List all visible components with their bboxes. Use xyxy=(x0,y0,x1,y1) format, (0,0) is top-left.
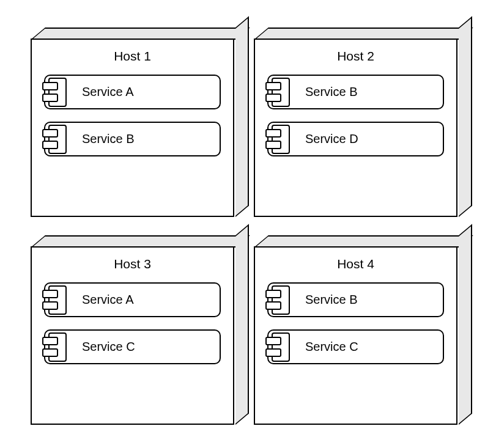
node-front-face: Host 1 Service A Service B xyxy=(31,39,234,217)
host-title: Host 2 xyxy=(337,49,374,64)
node-front-face: Host 3 Service A Service C xyxy=(31,246,234,425)
service-label: Service B xyxy=(82,132,210,146)
service-component: Service B xyxy=(44,122,221,156)
host-title: Host 1 xyxy=(114,49,151,64)
component-icon xyxy=(42,78,67,107)
service-component: Service C xyxy=(44,329,221,364)
service-label: Service D xyxy=(305,132,434,146)
service-label: Service B xyxy=(305,293,434,307)
node-top-face xyxy=(254,235,473,248)
host-node-1: Host 1 Service A Service B xyxy=(31,28,235,217)
service-component: Service A xyxy=(44,75,221,109)
node-top-face xyxy=(254,28,473,40)
node-front-face: Host 4 Service B Service C xyxy=(254,246,457,425)
node-side-face xyxy=(235,17,249,217)
service-component: Service C xyxy=(267,329,444,364)
host-node-3: Host 3 Service A Service C xyxy=(31,235,235,425)
host-title: Host 4 xyxy=(337,257,374,271)
service-component: Service B xyxy=(267,75,444,109)
node-front-face: Host 2 Service B Service D xyxy=(254,39,457,217)
node-top-face xyxy=(31,28,250,40)
service-component: Service A xyxy=(44,282,221,317)
component-icon xyxy=(42,332,67,362)
service-label: Service A xyxy=(82,293,210,307)
component-icon xyxy=(265,125,290,154)
component-icon xyxy=(265,285,290,315)
component-icon xyxy=(265,78,290,107)
component-icon xyxy=(42,285,67,315)
service-component: Service B xyxy=(267,282,444,317)
node-side-face xyxy=(459,17,472,217)
component-icon xyxy=(42,125,67,154)
node-side-face xyxy=(235,224,249,425)
host-node-4: Host 4 Service B Service C xyxy=(254,235,459,425)
component-icon xyxy=(265,332,290,362)
service-label: Service A xyxy=(82,85,210,99)
deployment-diagram: Host 1 Service A Service B xyxy=(31,28,459,425)
host-node-2: Host 2 Service B Service D xyxy=(254,28,459,217)
service-component: Service D xyxy=(267,122,444,156)
service-label: Service C xyxy=(305,340,434,354)
node-side-face xyxy=(459,224,472,425)
service-label: Service B xyxy=(305,85,434,99)
service-label: Service C xyxy=(82,340,210,354)
node-top-face xyxy=(31,235,250,248)
host-title: Host 3 xyxy=(114,257,151,271)
